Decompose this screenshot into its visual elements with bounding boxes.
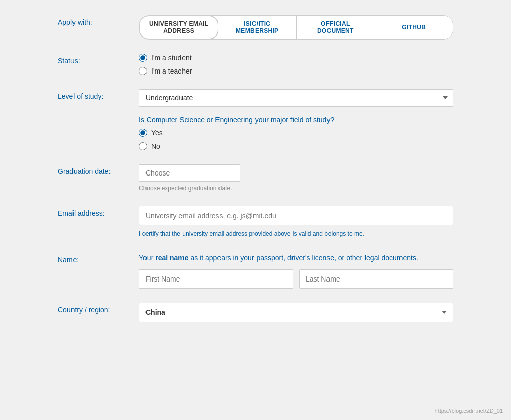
cs-question-text: Is Computer Science or Engineering your …	[139, 116, 453, 124]
cs-yes-label: Yes	[151, 129, 163, 137]
status-teacher-label: I'm a teacher	[151, 67, 192, 75]
cs-radio-group: Yes No	[139, 129, 453, 150]
name-inputs	[139, 269, 453, 289]
graduation-date-label: Graduation date:	[58, 164, 139, 176]
watermark: https://blog.csdn.net/ZD_01	[434, 408, 503, 414]
tab-isic[interactable]: ISIC/ITIC MEMBERSHIP	[218, 16, 297, 39]
email-hint: I certify that the university email addr…	[139, 229, 453, 238]
cs-yes-option[interactable]: Yes	[139, 129, 453, 137]
name-desc-bold: real name	[155, 254, 188, 262]
status-student-option[interactable]: I'm a student	[139, 54, 453, 62]
country-region-row: Country / region: China United States Un…	[58, 303, 453, 322]
level-of-study-label: Level of study:	[58, 89, 139, 100]
graduation-date-hint: Choose expected graduation date.	[139, 185, 453, 192]
cs-yes-radio[interactable]	[139, 129, 147, 137]
email-label: Email address:	[58, 206, 139, 217]
tab-university-email[interactable]: UNIVERSITY EMAIL ADDRESS	[139, 15, 219, 40]
level-of-study-row: Level of study: Undergraduate Graduate P…	[58, 89, 453, 150]
email-row: Email address: I certify that the univer…	[58, 206, 453, 238]
country-region-label: Country / region:	[58, 303, 139, 314]
cs-no-label: No	[151, 142, 160, 150]
graduation-date-row: Graduation date: Choose expected graduat…	[58, 164, 453, 192]
tab-official-doc[interactable]: OFFICIAL DOCUMENT	[297, 16, 375, 39]
country-region-select[interactable]: China United States United Kingdom Germa…	[139, 303, 453, 322]
email-input[interactable]	[139, 206, 453, 225]
status-teacher-radio[interactable]	[139, 67, 147, 75]
graduation-date-input[interactable]	[139, 164, 240, 182]
name-desc-end: as it appears in your passport, driver's…	[189, 254, 418, 262]
email-control: I certify that the university email addr…	[139, 206, 453, 238]
status-control: I'm a student I'm a teacher	[139, 54, 453, 75]
page-wrapper: Apply with: UNIVERSITY EMAIL ADDRESS ISI…	[0, 0, 511, 420]
country-region-control: China United States United Kingdom Germa…	[139, 303, 453, 322]
name-desc-start: Your	[139, 254, 155, 262]
tab-group: UNIVERSITY EMAIL ADDRESS ISIC/ITIC MEMBE…	[139, 15, 453, 40]
name-control: Your real name as it appears in your pas…	[139, 253, 453, 289]
tab-github[interactable]: GITHUB	[375, 16, 453, 39]
cs-question-block: Is Computer Science or Engineering your …	[139, 116, 453, 150]
status-label: Status:	[58, 54, 139, 65]
last-name-input[interactable]	[299, 269, 453, 289]
status-student-label: I'm a student	[151, 54, 192, 62]
name-row: Name: Your real name as it appears in yo…	[58, 253, 453, 289]
first-name-input[interactable]	[139, 269, 293, 289]
apply-with-tabs: UNIVERSITY EMAIL ADDRESS ISIC/ITIC MEMBE…	[139, 15, 453, 40]
cs-no-option[interactable]: No	[139, 142, 453, 150]
level-of-study-select[interactable]: Undergraduate Graduate PhD Other	[139, 89, 453, 107]
graduation-date-control: Choose expected graduation date.	[139, 164, 453, 192]
name-description: Your real name as it appears in your pas…	[139, 253, 453, 263]
form-container: Apply with: UNIVERSITY EMAIL ADDRESS ISI…	[58, 15, 453, 322]
status-student-radio[interactable]	[139, 54, 147, 62]
name-label: Name:	[58, 253, 139, 264]
status-row: Status: I'm a student I'm a teacher	[58, 54, 453, 75]
apply-with-row: Apply with: UNIVERSITY EMAIL ADDRESS ISI…	[58, 15, 453, 40]
cs-no-radio[interactable]	[139, 142, 147, 150]
status-radio-group: I'm a student I'm a teacher	[139, 54, 453, 75]
status-teacher-option[interactable]: I'm a teacher	[139, 67, 453, 75]
apply-with-label: Apply with:	[58, 15, 139, 26]
level-of-study-control: Undergraduate Graduate PhD Other Is Comp…	[139, 89, 453, 150]
